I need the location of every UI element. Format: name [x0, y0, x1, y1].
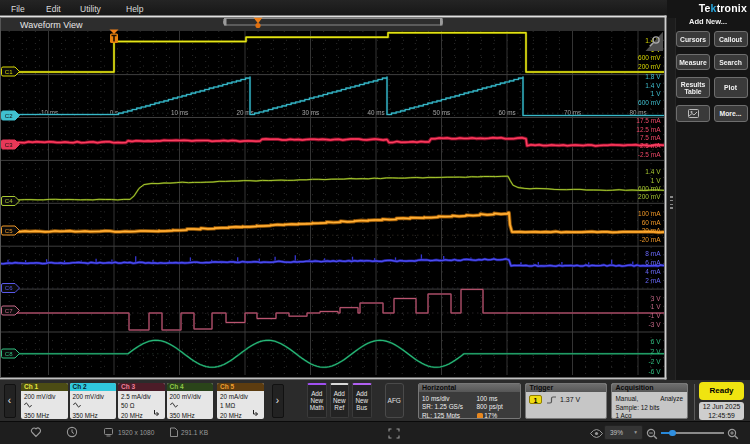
svg-text:-2.5 mA: -2.5 mA [638, 151, 661, 158]
svg-text:C3: C3 [5, 142, 13, 148]
svg-text:600 mV: 600 mV [638, 185, 661, 192]
svg-text:17.5 mA: 17.5 mA [636, 117, 661, 124]
svg-text:1.4 V: 1.4 V [645, 168, 661, 175]
svg-text:100 mA: 100 mA [638, 210, 661, 217]
svg-text:60 mA: 60 mA [642, 219, 661, 226]
svg-text:600 mV: 600 mV [638, 54, 661, 61]
svg-text:10 ms: 10 ms [171, 109, 188, 116]
svg-text:6 V: 6 V [651, 338, 661, 345]
svg-text:Waveform View: Waveform View [20, 20, 83, 30]
svg-text:200 mV: 200 mV [638, 63, 661, 70]
svg-text:-2 V: -2 V [649, 358, 662, 365]
svg-text:-1 V: -1 V [649, 312, 662, 319]
svg-text:60 ms: 60 ms [498, 109, 515, 116]
svg-text:C5: C5 [5, 228, 13, 234]
svg-text:2 mA: 2 mA [645, 277, 661, 284]
svg-text:C8: C8 [5, 351, 13, 357]
svg-text:40 ms: 40 ms [367, 109, 384, 116]
svg-text:C7: C7 [5, 308, 13, 314]
svg-text:6 mA: 6 mA [645, 259, 661, 266]
svg-text:291.1 KB: 291.1 KB [181, 429, 209, 436]
svg-text:4 mA: 4 mA [645, 268, 661, 275]
svg-text:-3 V: -3 V [649, 321, 662, 328]
svg-text:30 ms: 30 ms [302, 109, 319, 116]
svg-text:12.5 mA: 12.5 mA [636, 126, 661, 133]
svg-text:2 V: 2 V [651, 348, 661, 355]
svg-text:1.8 V: 1.8 V [645, 73, 661, 80]
svg-text:20 mA: 20 mA [642, 227, 661, 234]
svg-text:50 ms: 50 ms [433, 109, 450, 116]
svg-text:200 mV: 200 mV [638, 193, 661, 200]
svg-text:1.4 V: 1.4 V [645, 82, 661, 89]
svg-text:600 mV: 600 mV [638, 99, 661, 106]
svg-text:1 V: 1 V [651, 90, 661, 97]
svg-text:C1: C1 [5, 69, 13, 75]
svg-text:1920 x 1080: 1920 x 1080 [118, 429, 155, 436]
svg-text:-20 mA: -20 mA [640, 236, 662, 243]
svg-text:C4: C4 [5, 198, 13, 204]
svg-text:C6: C6 [5, 285, 13, 291]
svg-text:1 V: 1 V [651, 303, 661, 310]
svg-text:1 V: 1 V [651, 177, 661, 184]
svg-text:8 mA: 8 mA [645, 250, 661, 257]
svg-text:3 V: 3 V [651, 295, 661, 302]
svg-text:C2: C2 [5, 113, 13, 119]
svg-text:-6 V: -6 V [649, 368, 662, 375]
svg-text:2.5 mA: 2.5 mA [640, 142, 661, 149]
svg-text:7.5 mA: 7.5 mA [640, 134, 661, 141]
